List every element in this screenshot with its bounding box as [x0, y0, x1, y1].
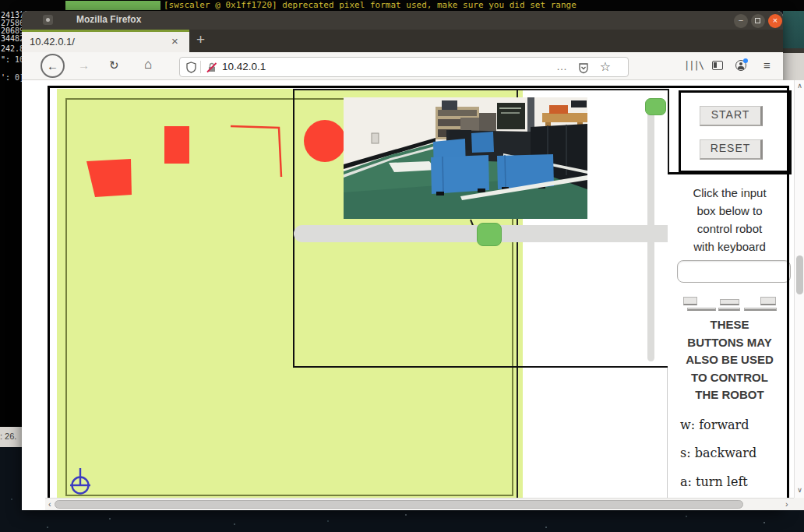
mini-button-backward[interactable] [720, 299, 739, 305]
control-buttons-panel [679, 90, 792, 173]
horizontal-scrollbar[interactable]: ‹ › [45, 498, 804, 510]
page-favicon [43, 15, 53, 25]
keyboard-instruction-text: Click the input box below to control rob… [668, 184, 792, 255]
mini-button-turn[interactable] [760, 297, 776, 305]
vertical-scrollbar-thumb[interactable] [796, 255, 803, 294]
hamburger-menu-icon[interactable]: ≡ [763, 58, 770, 72]
mini-button-shadow [687, 308, 716, 311]
background-window-note: : 26. [0, 427, 22, 447]
bookmark-star-icon[interactable]: ☆ [600, 59, 611, 74]
terminal-top-strip: [swscaler @ 0x1ff1720] deprecated pixel … [0, 0, 804, 11]
horizontal-slider-handle[interactable] [477, 223, 502, 246]
account-notification-dot [743, 58, 748, 63]
terminal-fragment: 242.8 [1, 44, 22, 53]
tab-active[interactable]: 10.42.0.1/ × [22, 30, 189, 52]
library-icon[interactable]: |||\ [684, 60, 704, 71]
tab-title: 10.42.0.1/ [30, 36, 75, 48]
pocket-shield-icon[interactable] [578, 62, 589, 74]
reload-button[interactable]: ↻ [109, 58, 119, 72]
terminal-fragment: 34482 [1, 34, 22, 43]
url-bar[interactable]: 10.42.0.1 … ☆ [179, 57, 629, 77]
buttons-note-text: THESE BUTTONS MAY ALSO BE USED TO CONTRO… [668, 316, 792, 404]
page-actions-icon[interactable]: … [556, 60, 567, 72]
scrollbar-corner [794, 498, 804, 510]
desktop-screen: 6 /rem Fig GB [swscaler @ 0x1ff1720] dep… [0, 0, 804, 532]
reset-button[interactable]: RESET [700, 139, 763, 160]
tab-bar: 10.42.0.1/ × + [22, 30, 783, 52]
url-text[interactable]: 10.42.0.1 [222, 61, 266, 72]
mini-button-shadow [744, 308, 777, 311]
obstacle-trapezoid [86, 159, 132, 197]
terminal-log-line: [swscaler @ 0x1ff1720] deprecated pixel … [164, 0, 577, 11]
start-button[interactable]: START [700, 106, 763, 126]
key-help-turn-left: a: turn left [680, 474, 748, 489]
terminal-fragment: ": 10 [1, 55, 22, 64]
scroll-down-icon[interactable]: ∨ [795, 486, 804, 494]
vertical-slider-track[interactable] [647, 98, 654, 361]
vertical-slider-handle[interactable] [645, 98, 666, 115]
window-titlebar[interactable]: Mozilla Firefox − × [22, 11, 783, 30]
scroll-up-icon[interactable]: ∧ [795, 82, 804, 90]
new-tab-button[interactable]: + [196, 31, 205, 48]
divider [200, 61, 201, 73]
close-button[interactable]: × [768, 14, 782, 28]
terminal-selection-block [65, 1, 160, 10]
obstacle-rectangle [164, 126, 189, 164]
back-button[interactable]: ← [41, 54, 65, 78]
scroll-right-icon[interactable]: › [785, 499, 788, 509]
keyboard-control-panel: Click the input box below to control rob… [668, 172, 792, 500]
mini-button-forward[interactable] [683, 297, 697, 305]
tab-close-icon[interactable]: × [171, 34, 178, 48]
terminal-fragment: ': 0] [1, 73, 22, 82]
maximize-button[interactable] [751, 14, 765, 28]
minimize-button[interactable]: − [734, 14, 748, 28]
key-help-forward: w: forward [680, 417, 749, 432]
key-help-backward: s: backward [680, 446, 756, 460]
horizontal-scrollbar-thumb[interactable] [55, 500, 743, 509]
forward-button[interactable]: → [78, 58, 90, 72]
page-content: START RESET Click the input box below to… [45, 80, 804, 510]
mini-button-shadow [718, 308, 740, 311]
robot-pose-marker [70, 468, 90, 494]
scroll-left-icon[interactable]: ‹ [48, 499, 51, 509]
insecure-lock-icon[interactable] [206, 62, 218, 74]
vertical-scrollbar[interactable]: ∧ ∨ [794, 80, 804, 498]
obstacle-corner-line [231, 126, 281, 177]
keyboard-control-input[interactable] [677, 260, 791, 283]
window-title: Mozilla Firefox [76, 14, 141, 25]
camera-feed-image [344, 97, 587, 219]
navigation-toolbar: ← → ↻ ⌂ 10.42.0.1 … ☆ [22, 52, 783, 80]
home-button[interactable]: ⌂ [144, 57, 152, 72]
sidebar-icon[interactable] [712, 61, 723, 70]
terminal-left-strip: ": [[[1 241378 27586 20689 34482 242.8 "… [0, 11, 22, 427]
tracking-shield-icon[interactable] [186, 62, 196, 73]
firefox-window: Mozilla Firefox − × 10.42.0.1/ × + ← → ↻… [22, 11, 783, 510]
